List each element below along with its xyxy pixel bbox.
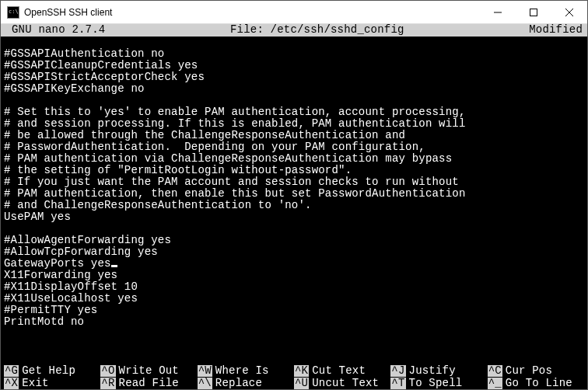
- terminal-icon: [7, 6, 19, 19]
- shortcut-item[interactable]: ^XExit: [4, 377, 100, 389]
- shortcut-key: ^U: [294, 378, 309, 389]
- shortcut-key: ^\: [198, 378, 212, 389]
- editor-cursor-line: GatewayPorts yes: [4, 257, 117, 270]
- shortcut-item[interactable]: ^\Replace: [198, 377, 294, 389]
- text-cursor: [111, 265, 117, 267]
- maximize-button[interactable]: [516, 1, 551, 23]
- shortcut-key: ^O: [100, 365, 115, 377]
- shortcut-key: ^X: [4, 378, 19, 389]
- shortcut-item[interactable]: ^_Go To Line: [488, 377, 584, 389]
- shortcut-label: To Spell: [409, 378, 463, 389]
- shortcut-item[interactable]: ^GGet Help: [4, 364, 100, 377]
- shortcut-label: Get Help: [22, 365, 75, 377]
- editor-lines-after: X11Forwarding yes #X11DisplayOffset 10 #…: [4, 269, 138, 328]
- nano-app-name: GNU nano 2.7.4: [12, 24, 105, 37]
- shortcut-label: Read File: [119, 378, 179, 389]
- nano-modified-indicator: Modified: [529, 24, 583, 37]
- close-button[interactable]: [551, 1, 587, 23]
- shortcut-key: ^_: [488, 378, 502, 389]
- shortcut-key: ^T: [390, 378, 405, 389]
- shortcut-item[interactable]: ^TTo Spell: [390, 377, 487, 389]
- nano-file-label: File: /etc/ssh/sshd_config: [105, 24, 529, 37]
- shortcut-label: Cur Pos: [506, 365, 552, 377]
- shortcut-key: ^K: [294, 365, 309, 377]
- shortcut-key: ^G: [4, 365, 19, 377]
- editor-lines-before: #GSSAPIAuthentication no #GSSAPICleanupC…: [4, 47, 466, 258]
- shortcut-item[interactable]: ^UUncut Text: [294, 377, 390, 389]
- shortcut-label: Exit: [22, 378, 48, 389]
- window-title: OpenSSH SSH client: [24, 7, 480, 18]
- close-icon: [565, 9, 573, 16]
- shortcut-item[interactable]: ^CCur Pos: [488, 364, 584, 377]
- svg-rect-1: [530, 9, 537, 16]
- terminal-area[interactable]: GNU nano 2.7.4 File: /etc/ssh/sshd_confi…: [1, 24, 587, 389]
- shortcut-item[interactable]: ^JJustify: [390, 364, 487, 377]
- shortcut-item[interactable]: ^KCut Text: [294, 364, 390, 377]
- shortcut-item[interactable]: ^RRead File: [100, 377, 197, 389]
- window-controls: [480, 1, 587, 23]
- shortcut-item[interactable]: ^OWrite Out: [100, 364, 197, 377]
- shortcut-key: ^R: [100, 378, 115, 389]
- shortcut-key: ^C: [488, 365, 502, 377]
- window-titlebar: OpenSSH SSH client: [1, 1, 587, 24]
- cursor-line-text: GatewayPorts yes: [4, 257, 111, 270]
- shortcut-key: ^W: [198, 365, 212, 377]
- shortcut-key: ^J: [390, 365, 405, 377]
- nano-statusbar: GNU nano 2.7.4 File: /etc/ssh/sshd_confi…: [1, 24, 587, 37]
- minimize-button[interactable]: [480, 1, 516, 23]
- nano-shortcuts-bar: ^GGet Help^OWrite Out^WWhere Is^KCut Tex…: [1, 364, 587, 389]
- shortcut-label: Where Is: [215, 365, 269, 377]
- shortcut-label: Go To Line: [506, 378, 572, 389]
- shortcut-label: Uncut Text: [312, 378, 379, 389]
- shortcut-label: Write Out: [119, 365, 179, 377]
- maximize-icon: [530, 9, 537, 16]
- shortcut-label: Cut Text: [312, 365, 366, 377]
- shortcut-label: Replace: [215, 378, 262, 389]
- shortcut-item[interactable]: ^WWhere Is: [198, 364, 294, 377]
- editor-content[interactable]: #GSSAPIAuthentication no #GSSAPICleanupC…: [1, 37, 587, 364]
- shortcut-label: Justify: [409, 365, 456, 377]
- minimize-icon: [494, 9, 502, 16]
